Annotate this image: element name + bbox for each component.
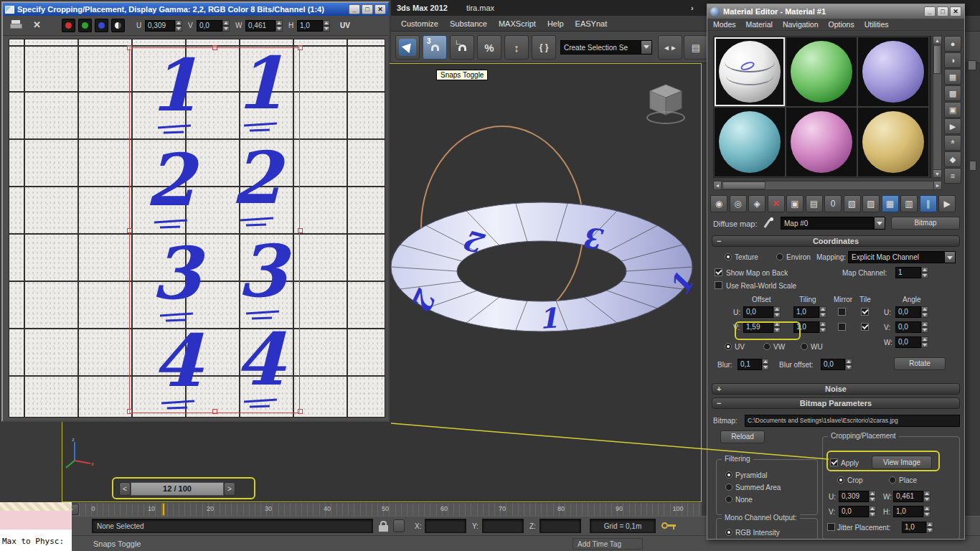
me-menu-navigation[interactable]: Navigation (778, 20, 824, 29)
green-channel-button[interactable] (78, 19, 92, 32)
sample-slot-5[interactable] (786, 107, 857, 177)
chevron-down-icon[interactable] (944, 252, 955, 263)
scroll-left-icon[interactable]: ◄ (713, 181, 722, 190)
crop-handle-ml[interactable] (127, 228, 132, 233)
crop-u-field[interactable]: 0,309 (145, 20, 182, 32)
menu-easynat[interactable]: EASYnat (570, 18, 613, 29)
sample-type-button[interactable]: ● (944, 36, 961, 52)
crop-handle-tm[interactable] (212, 45, 217, 50)
mono-rgb-intensity-radio[interactable] (725, 529, 732, 536)
show-map-in-viewport-button[interactable]: ▦ (882, 195, 899, 212)
sample-slot-1[interactable] (714, 37, 786, 107)
sample-uv-tiling-button[interactable]: ▩ (944, 85, 961, 101)
show-end-result-button[interactable]: ▥ (900, 195, 918, 212)
crop-handle-bm[interactable] (212, 409, 217, 414)
blue-channel-button[interactable] (95, 19, 108, 32)
uv-mode-label[interactable]: UV (340, 22, 350, 29)
w-angle-field[interactable]: 0,0 (895, 336, 928, 348)
u-tiling-field[interactable]: 1,0 (793, 306, 826, 318)
frame-display[interactable]: 12 / 100 (131, 482, 224, 496)
filter-summed-radio[interactable] (725, 484, 732, 491)
make-preview-button[interactable]: ▶ (944, 118, 961, 134)
spinner-icon[interactable] (175, 20, 182, 32)
menu-help[interactable]: Help (542, 18, 570, 29)
sample-slot-4[interactable] (714, 107, 786, 177)
spinner-icon[interactable] (921, 306, 928, 318)
z-field[interactable] (540, 519, 581, 533)
scroll-thumb[interactable] (722, 182, 765, 189)
spinner-icon[interactable] (323, 20, 330, 32)
spinner-icon[interactable] (926, 522, 933, 533)
sample-slot-2[interactable] (786, 37, 857, 107)
previous-frame-button[interactable]: < (119, 482, 131, 496)
u-offset-field[interactable]: 0,0 (743, 306, 781, 318)
close-button[interactable]: ✕ (950, 6, 961, 17)
crop-handle-mr[interactable] (298, 228, 303, 233)
show-background-button[interactable]: ▧ (844, 195, 861, 212)
backlight-button[interactable]: ◑ (944, 52, 961, 68)
minimize-button[interactable]: _ (349, 4, 360, 14)
environ-radio[interactable] (776, 253, 783, 260)
crop-u-field[interactable]: 0,309 (839, 491, 876, 502)
me-menu-material[interactable]: Material (741, 20, 778, 29)
me-title-bar[interactable]: Material Editor - Material #1 _ □ ✕ (707, 4, 964, 19)
angle-snap-button[interactable]: ∟ (450, 35, 474, 60)
use-real-world-checkbox[interactable] (715, 281, 722, 289)
put-material-to-scene-button[interactable]: ◎ (730, 195, 747, 212)
options-button[interactable]: * (944, 135, 961, 151)
scroll-thumb[interactable] (933, 45, 941, 74)
view-image-button[interactable]: View Image (872, 456, 932, 469)
crop-handle-br[interactable] (298, 409, 303, 414)
blur-offset-field[interactable]: 0,0 (821, 359, 852, 370)
spinner-icon[interactable] (773, 321, 781, 333)
scroll-right-icon[interactable]: ► (933, 181, 942, 190)
y-field[interactable] (482, 519, 524, 533)
place-radio[interactable] (889, 476, 896, 484)
viewport-canvas[interactable]: 2 3 2 1 1 (380, 122, 710, 337)
absolute-mode-button[interactable] (393, 519, 405, 532)
scroll-down-icon[interactable]: ▼ (933, 169, 942, 178)
align-button[interactable]: ▤ (684, 35, 708, 60)
spinner-icon[interactable] (845, 359, 852, 370)
menu-customize[interactable]: Customize (395, 18, 444, 29)
uv-radio[interactable] (725, 343, 732, 350)
u-tile-checkbox[interactable] (861, 308, 869, 316)
crop-radio[interactable] (837, 476, 844, 484)
texture-radio[interactable] (725, 253, 732, 260)
sample-slot-6[interactable] (857, 107, 929, 177)
maximize-button[interactable]: □ (937, 6, 948, 17)
go-to-parent-button[interactable]: ∥ (920, 195, 937, 212)
close-button[interactable]: ✕ (374, 4, 386, 14)
spinner-icon[interactable] (819, 306, 826, 318)
crop-handle-tl[interactable] (127, 45, 132, 50)
titlebar-overflow-icon[interactable]: › (691, 4, 694, 12)
scroll-up-icon[interactable]: ▲ (933, 36, 942, 44)
me-menu-utilities[interactable]: Utilities (859, 20, 894, 29)
video-color-check-button[interactable]: ▣ (944, 102, 961, 118)
map-name-dropdown[interactable]: Map #0 (781, 217, 885, 230)
crop-h-field[interactable]: 1,0 (893, 506, 930, 517)
background-button[interactable]: ▦ (944, 69, 961, 85)
u-mirror-checkbox[interactable] (838, 308, 846, 316)
percent-snap-button[interactable]: % (477, 35, 501, 60)
spinner-icon[interactable] (773, 306, 781, 318)
maxscript-mini-listener[interactable]: Max to Physc: (0, 502, 72, 551)
select-and-place-button[interactable] (395, 35, 420, 60)
v-offset-field[interactable]: 1,59 (743, 321, 781, 333)
crop-handle-bl[interactable] (127, 409, 132, 414)
spinner-snap-button[interactable]: ↕ (504, 35, 529, 60)
crop-w-field[interactable]: 0,461 (893, 491, 930, 502)
menu-maxscript[interactable]: MAXScript (493, 18, 542, 29)
spinner-icon[interactable] (222, 20, 230, 32)
viewcube[interactable] (646, 80, 689, 128)
spinner-icon[interactable] (275, 20, 283, 32)
crop-handle-tr[interactable] (298, 45, 303, 50)
v-tiling-field[interactable]: 1,0 (793, 321, 826, 333)
mono-channel-button[interactable] (111, 19, 125, 32)
rotate-button[interactable]: Rotate (894, 357, 946, 370)
crop-h-field[interactable]: 1,0 (297, 20, 330, 32)
crop-title-bar[interactable]: Specify Cropping/Placement, Display Gamm… (3, 3, 388, 16)
v-mirror-checkbox[interactable] (838, 323, 846, 331)
edge-icon-2[interactable] (969, 161, 976, 171)
v-angle-field[interactable]: 0,0 (895, 321, 928, 333)
